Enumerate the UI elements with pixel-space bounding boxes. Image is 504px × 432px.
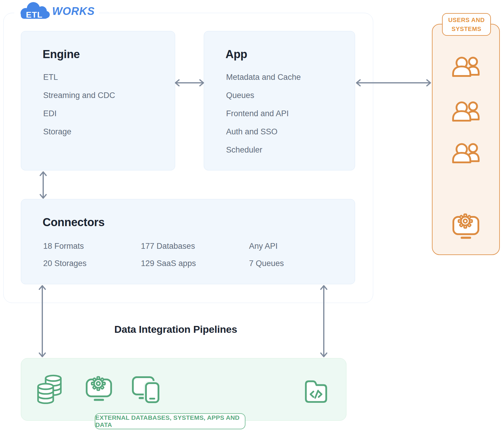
users-systems-label-line2: SYSTEMS xyxy=(452,26,481,32)
app-item: Scheduler xyxy=(226,141,301,159)
logo-word-text: WORKS xyxy=(52,3,95,20)
app-title: App xyxy=(225,49,247,60)
engine-item: EDI xyxy=(43,105,115,123)
etlworks-logo: ETL WORKS xyxy=(14,1,99,20)
engine-items: ETL Streaming and CDC EDI Storage xyxy=(43,68,115,141)
users-icon xyxy=(451,100,481,124)
engine-box: Engine ETL Streaming and CDC EDI Storage xyxy=(21,31,175,170)
engine-title: Engine xyxy=(43,49,80,60)
app-item: Queues xyxy=(226,86,301,105)
connectors-pipelines-arrow-right xyxy=(320,284,328,358)
external-systems-box xyxy=(21,358,346,421)
connectors-column-3: Any API 7 Queues xyxy=(249,237,284,272)
connectors-item: 177 Databases xyxy=(141,237,196,255)
engine-item: Storage xyxy=(43,123,115,141)
users-icon xyxy=(451,55,481,79)
connectors-column-2: 177 Databases 129 SaaS apps xyxy=(141,237,196,272)
connectors-box: Connectors 18 Formats 20 Storages 177 Da… xyxy=(21,199,355,284)
cloud-logo-icon: ETL xyxy=(18,1,50,20)
users-systems-label-line1: USERS AND xyxy=(448,17,485,24)
logo-mark-text: ETL xyxy=(26,10,43,19)
etlworks-architecture-diagram: ETL WORKS Engine ETL Streaming and CDC E… xyxy=(0,0,504,432)
engine-item: ETL xyxy=(43,68,115,86)
pipelines-title: Data Integration Pipelines xyxy=(101,324,250,335)
users-systems-badge: USERS AND SYSTEMS xyxy=(442,13,491,36)
engine-item: Streaming and CDC xyxy=(43,86,115,105)
app-users-arrow xyxy=(355,79,432,87)
external-systems-label: EXTERNAL DATABASES, SYSTEMS, APPS AND DA… xyxy=(95,413,245,429)
database-icon xyxy=(35,374,64,404)
connectors-item: 7 Queues xyxy=(249,255,284,272)
users-icon xyxy=(451,142,481,166)
connectors-item: 20 Storages xyxy=(43,255,87,272)
app-item: Frontend and API xyxy=(226,105,301,123)
app-box: App Metadata and Cache Queues Frontend a… xyxy=(204,31,355,170)
app-item: Auth and SSO xyxy=(226,123,301,141)
engine-app-arrow xyxy=(174,79,205,87)
devices-icon xyxy=(132,376,159,403)
app-item: Metadata and Cache xyxy=(226,68,301,86)
connectors-column-1: 18 Formats 20 Storages xyxy=(43,237,87,272)
connectors-item: 18 Formats xyxy=(43,237,87,255)
system-monitor-gear-icon xyxy=(452,212,480,240)
monitor-gear-icon xyxy=(85,375,113,402)
connectors-item: 129 SaaS apps xyxy=(141,255,196,272)
app-items: Metadata and Cache Queues Frontend and A… xyxy=(226,68,301,159)
connectors-pipelines-arrow-left xyxy=(38,284,46,358)
code-folder-icon xyxy=(304,378,329,405)
connectors-item: Any API xyxy=(249,237,284,255)
connectors-title: Connectors xyxy=(43,217,105,228)
engine-connectors-arrow xyxy=(39,170,47,200)
